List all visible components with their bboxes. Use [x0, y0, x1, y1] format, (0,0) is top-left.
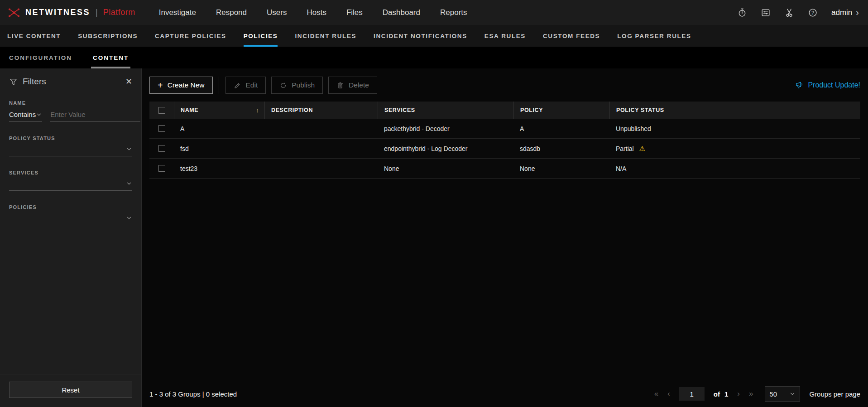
- cell-name: fsd: [174, 145, 264, 152]
- brand: NETWITNESS | Platform: [7, 6, 135, 19]
- nav-item-investigate[interactable]: Investigate: [159, 8, 196, 17]
- policies-select[interactable]: [9, 211, 132, 225]
- table-footer: 1 - 3 of 3 Groups | 0 selected « ‹ of 1 …: [142, 381, 868, 407]
- megaphone-icon: [795, 81, 804, 90]
- previous-page-icon[interactable]: ‹: [667, 389, 670, 398]
- tab-esa-rules[interactable]: ESA RULES: [484, 25, 526, 47]
- product-update-link[interactable]: Product Update!: [795, 81, 860, 90]
- next-page-icon[interactable]: ›: [737, 389, 740, 398]
- chevron-down-icon: [126, 180, 132, 187]
- filters-title: Filters: [23, 77, 46, 87]
- module-nav: LIVE CONTENT SUBSCRIPTIONS CAPTURE POLIC…: [0, 25, 868, 47]
- edit-button[interactable]: Edit: [225, 77, 266, 94]
- filter-name-label: NAME: [9, 100, 132, 106]
- nav-item-reports[interactable]: Reports: [440, 8, 467, 17]
- filter-funnel-icon: [9, 78, 18, 86]
- of-label: of: [714, 390, 720, 398]
- services-select[interactable]: [9, 176, 132, 191]
- warning-icon: ⚠: [639, 145, 645, 152]
- row-checkbox[interactable]: [158, 125, 165, 132]
- cell-services: None: [378, 165, 513, 172]
- plus-icon: +: [158, 81, 163, 90]
- last-page-icon[interactable]: »: [749, 389, 753, 398]
- sub-nav: CONFIGURATION CONTENT: [0, 47, 868, 68]
- trash-icon: [336, 82, 344, 89]
- table-row[interactable]: A packethybrid - Decoder A Unpublished: [149, 119, 860, 139]
- column-header-services[interactable]: SERVICES: [378, 102, 513, 119]
- name-operator-value: Contains: [9, 111, 36, 118]
- table-header: NAME ↑ DESCRIPTION SERVICES POLICY POLIC…: [149, 102, 860, 119]
- select-all-checkbox[interactable]: [158, 107, 165, 114]
- services-label: SERVICES: [9, 170, 132, 175]
- name-operator-select[interactable]: Contains: [9, 107, 42, 122]
- column-header-description[interactable]: DESCRIPTION: [264, 102, 378, 119]
- tab-subscriptions[interactable]: SUBSCRIPTIONS: [78, 25, 138, 47]
- tab-log-parser-rules[interactable]: LOG PARSER RULES: [617, 25, 691, 47]
- tools-icon[interactable]: [784, 8, 794, 18]
- tab-custom-feeds[interactable]: CUSTOM FEEDS: [543, 25, 600, 47]
- row-checkbox[interactable]: [158, 165, 165, 172]
- help-icon[interactable]: ?: [808, 8, 818, 18]
- first-page-icon[interactable]: «: [654, 389, 658, 398]
- nav-item-dashboard[interactable]: Dashboard: [383, 8, 420, 17]
- page-size-select[interactable]: 50: [765, 386, 800, 402]
- groups-table: NAME ↑ DESCRIPTION SERVICES POLICY POLIC…: [149, 102, 860, 179]
- publish-label: Publish: [292, 81, 315, 89]
- filters-panel: Filters ✕ NAME Contains POLICY STATUS SE…: [0, 68, 142, 407]
- cell-name: A: [174, 125, 264, 132]
- chevron-down-icon: [789, 391, 796, 397]
- tab-configuration[interactable]: CONFIGURATION: [7, 47, 74, 68]
- table-row[interactable]: test23 None None N/A: [149, 159, 860, 179]
- tab-capture-policies[interactable]: CAPTURE POLICIES: [155, 25, 226, 47]
- column-header-policy[interactable]: POLICY: [513, 102, 609, 119]
- cell-services: packethybrid - Decoder: [378, 125, 513, 132]
- column-name-label: NAME: [181, 107, 198, 113]
- nav-item-respond[interactable]: Respond: [216, 8, 247, 17]
- publish-button[interactable]: Publish: [271, 77, 323, 94]
- total-pages: 1: [724, 390, 728, 398]
- publish-icon: [279, 82, 287, 89]
- page-size-value: 50: [769, 390, 777, 398]
- svg-text:?: ?: [811, 10, 814, 15]
- pencil-icon: [234, 82, 241, 89]
- tab-incident-rules[interactable]: INCIDENT RULES: [295, 25, 356, 47]
- reset-button[interactable]: Reset: [9, 382, 132, 398]
- create-new-button[interactable]: + Create New: [149, 77, 213, 94]
- row-checkbox[interactable]: [158, 145, 165, 152]
- tab-incident-notifications[interactable]: INCIDENT NOTIFICATIONS: [374, 25, 467, 47]
- tab-live-content[interactable]: LIVE CONTENT: [7, 25, 61, 47]
- results-summary: 1 - 3 of 3 Groups | 0 selected: [149, 390, 237, 398]
- delete-label: Delete: [349, 81, 369, 89]
- product-update-label: Product Update!: [808, 81, 860, 89]
- page-of-total: of 1: [714, 390, 729, 398]
- cell-policy: A: [513, 125, 609, 132]
- name-filter-input[interactable]: [50, 107, 140, 122]
- tab-policies[interactable]: POLICIES: [244, 25, 278, 47]
- page-number-input[interactable]: [679, 387, 705, 401]
- column-header-name[interactable]: NAME ↑: [174, 102, 264, 119]
- close-icon[interactable]: ✕: [125, 77, 132, 87]
- user-menu[interactable]: admin ›: [831, 7, 859, 18]
- edit-label: Edit: [246, 81, 258, 89]
- nav-item-files[interactable]: Files: [346, 8, 363, 17]
- cell-name: test23: [174, 165, 264, 172]
- pagination: « ‹ of 1 › » 50 Groups per page: [654, 386, 860, 402]
- jobs-icon[interactable]: [761, 8, 771, 18]
- policy-status-select[interactable]: [9, 142, 132, 156]
- column-header-policy-status[interactable]: POLICY STATUS: [609, 102, 860, 119]
- delete-button[interactable]: Delete: [328, 77, 377, 94]
- sort-ascending-icon[interactable]: ↑: [256, 107, 259, 114]
- policy-status-label: POLICY STATUS: [9, 136, 132, 141]
- select-all-cell: [149, 102, 174, 119]
- cell-policy: sdasdb: [513, 145, 609, 152]
- create-new-label: Create New: [168, 81, 205, 89]
- nav-item-users[interactable]: Users: [267, 8, 287, 17]
- chevron-down-icon: [126, 146, 132, 152]
- policies-label: POLICIES: [9, 204, 132, 210]
- tab-content[interactable]: CONTENT: [91, 47, 130, 68]
- table-row[interactable]: fsd endpointhybrid - Log Decoder sdasdb …: [149, 139, 860, 159]
- nav-item-hosts[interactable]: Hosts: [307, 8, 326, 17]
- user-name: admin: [831, 8, 852, 17]
- per-page-label: Groups per page: [809, 390, 860, 398]
- timer-icon[interactable]: [737, 8, 747, 18]
